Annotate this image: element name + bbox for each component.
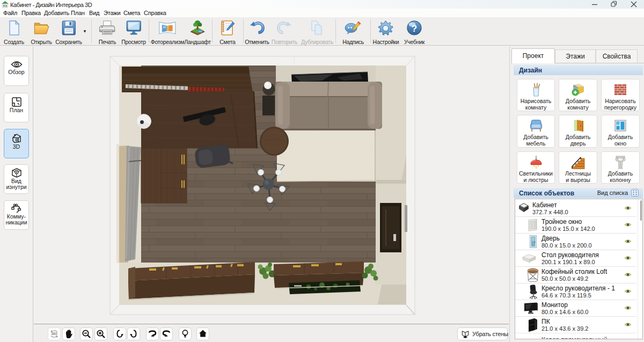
svg-text:360: 360 (51, 332, 57, 336)
svg-text:?: ? (412, 24, 417, 34)
